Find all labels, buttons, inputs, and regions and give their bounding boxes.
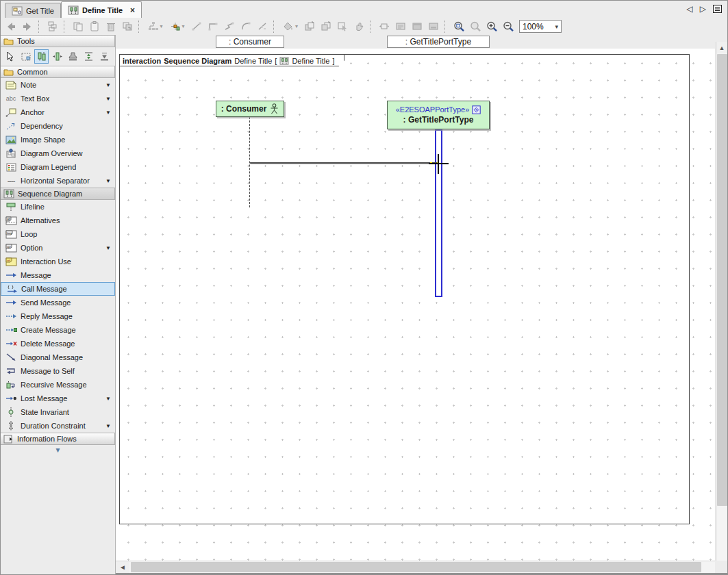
autosize-icon[interactable] [377, 19, 392, 34]
select-related-icon[interactable] [335, 19, 350, 34]
copy-structure-icon[interactable] [45, 19, 60, 34]
palette-item-note[interactable]: Note ▼ [1, 78, 115, 92]
palette-item-dependency[interactable]: Dependency [1, 119, 115, 133]
interaction-frame-header[interactable]: interaction Sequence Diagram Define Titl… [120, 55, 344, 66]
scroll-left-icon[interactable]: ◄ [116, 561, 129, 573]
palette-item-message-to-self[interactable]: Message to Self [1, 364, 115, 378]
stamp-mode-icon[interactable] [66, 49, 80, 64]
bring-forward-icon[interactable] [302, 19, 317, 34]
zoom-level-combobox[interactable]: 100% ▾ [519, 20, 562, 33]
palette-item-image-shape[interactable]: Image Shape [1, 133, 115, 146]
folder-icon [3, 68, 14, 76]
more-palette-items-chevron-icon[interactable]: ▼ [1, 445, 115, 454]
oblique-line-style-icon[interactable] [222, 19, 237, 34]
horizontal-scrollbar[interactable]: ◄ [116, 561, 715, 573]
dropdown-arrow-icon[interactable]: ▼ [105, 396, 113, 402]
palette-item-diagonal-message[interactable]: Diagonal Message [1, 350, 115, 364]
palette-item-interaction-use[interactable]: ref Interaction Use [1, 255, 115, 268]
palette-section-common[interactable]: Common [1, 66, 115, 78]
frame-kind: interaction [123, 57, 161, 65]
custom-line-style-icon[interactable] [255, 19, 270, 34]
palette-item-lost-message[interactable]: Lost Message ▼ [1, 392, 115, 405]
diagram-canvas-area[interactable]: : Consumer : GetTitlePortType interactio… [116, 35, 727, 575]
dropdown-arrow-icon[interactable]: ▼ [105, 82, 113, 88]
straight-line-style-icon[interactable] [189, 19, 204, 34]
send-backward-icon[interactable] [318, 19, 334, 34]
back-icon[interactable] [3, 19, 18, 34]
delete-icon[interactable] [103, 19, 118, 34]
message-icon [4, 272, 18, 279]
distribute-vertical-icon[interactable] [81, 49, 96, 64]
palette-item-message[interactable]: Message [1, 268, 115, 282]
dropdown-arrow-icon[interactable]: ▼ [105, 110, 113, 116]
display-mode-a-icon[interactable] [393, 19, 408, 34]
scroll-up-icon[interactable]: ▲ [716, 42, 727, 53]
activation-bars-icon[interactable] [34, 49, 49, 64]
forward-icon[interactable] [20, 19, 35, 34]
palette-item-anchor[interactable]: Anchor ▼ [1, 105, 115, 119]
tab-get-title[interactable]: Get Title [5, 3, 61, 18]
rectilinear-line-style-icon[interactable] [205, 19, 221, 34]
zoom-region-icon[interactable] [451, 19, 466, 34]
palette-item-lifeline[interactable]: Lifeline [1, 200, 115, 214]
palette-item-loop[interactable]: loop Loop [1, 227, 115, 241]
palette-item-create-message[interactable]: Create Message [1, 323, 115, 337]
lost-message-icon [4, 395, 18, 402]
zoom-original-icon[interactable] [468, 19, 483, 34]
palette-item-diagram-overview[interactable]: Diagram Overview [1, 146, 115, 160]
align-vertical-icon[interactable] [97, 49, 112, 64]
palette-item-diagram-legend[interactable]: Diagram Legend [1, 160, 115, 174]
paste-special-icon[interactable] [120, 19, 135, 34]
floating-header-consumer[interactable]: : Consumer [216, 36, 284, 48]
palette-section-sequence-diagram[interactable]: Sequence Diagram [1, 188, 115, 200]
palette-item-reply-message[interactable]: Reply Message [1, 309, 115, 323]
copy-icon[interactable] [71, 19, 86, 34]
palette-item-horizontal-separator[interactable]: ---- Horizontal Separator ▼ [1, 174, 115, 188]
palette-item-call-message[interactable]: Call Message [1, 282, 115, 296]
activation-adjust-icon[interactable] [50, 49, 64, 64]
palette-item-send-message[interactable]: Send Message [1, 296, 115, 309]
curved-line-style-icon[interactable] [238, 19, 253, 34]
send-message-icon [4, 299, 18, 306]
palette-item-recursive-message[interactable]: Recursive Message [1, 378, 115, 392]
quick-layout-icon[interactable]: ▾ [167, 19, 188, 34]
lifeline-head-gettitleporttype[interactable]: «E2ESOAPPortType» : GetTitlePortType [387, 101, 490, 129]
scroll-tabs-right-icon[interactable]: ▷ [700, 4, 706, 14]
display-mode-c-icon[interactable] [426, 19, 441, 34]
select-cursor-icon[interactable] [3, 49, 17, 64]
vertical-scrollbar-thumb[interactable] [717, 54, 727, 506]
lifeline-head-consumer[interactable]: : Consumer [216, 101, 284, 117]
palette-item-text-box[interactable]: abc Text Box ▼ [1, 92, 115, 105]
tab-list-icon[interactable] [713, 5, 722, 13]
fill-color-icon[interactable]: ▾ [280, 19, 301, 34]
zoom-out-icon[interactable] [501, 19, 516, 34]
scroll-tabs-left-icon[interactable]: ◁ [687, 4, 693, 14]
palette-item-option[interactable]: opt Option ▼ [1, 241, 115, 255]
grab-hand-icon[interactable] [351, 19, 366, 34]
paste-icon[interactable] [87, 19, 102, 34]
palette-item-duration-constraint[interactable]: Duration Constraint ▼ [1, 419, 115, 433]
dropdown-arrow-icon[interactable]: ▼ [105, 423, 113, 429]
palette-item-delete-message[interactable]: Delete Message [1, 337, 115, 350]
layout-tree-icon[interactable]: ▾ [145, 19, 166, 34]
zoom-in-icon[interactable] [484, 19, 499, 34]
dropdown-arrow-icon[interactable]: ▼ [105, 245, 113, 251]
vertical-scrollbar[interactable]: ▲ [716, 42, 727, 561]
palette-item-alternatives[interactable]: alt Alternatives [1, 214, 115, 227]
floating-header-gettitleporttype[interactable]: : GetTitlePortType [387, 36, 490, 48]
dropdown-arrow-icon[interactable]: ▼ [105, 96, 113, 102]
display-mode-b-icon[interactable] [410, 19, 425, 34]
palette-section-information-flows[interactable]: Information Flows [1, 433, 115, 445]
svg-text:loop: loop [6, 231, 12, 234]
information-flows-icon [3, 435, 14, 444]
palette-item-state-invariant[interactable]: State Invariant [1, 405, 115, 419]
call-message-line[interactable] [250, 162, 438, 164]
tab-define-title[interactable]: Define Title × [61, 1, 142, 18]
toolbar-separator [273, 21, 277, 33]
marquee-select-icon[interactable] [18, 49, 33, 64]
horizontal-scrollbar-thumb[interactable] [131, 562, 701, 572]
message-to-self-icon [4, 368, 18, 375]
dropdown-arrow-icon[interactable]: ▼ [105, 178, 113, 184]
close-tab-icon[interactable]: × [130, 7, 135, 14]
palette-section-tools[interactable]: Tools [1, 35, 115, 47]
